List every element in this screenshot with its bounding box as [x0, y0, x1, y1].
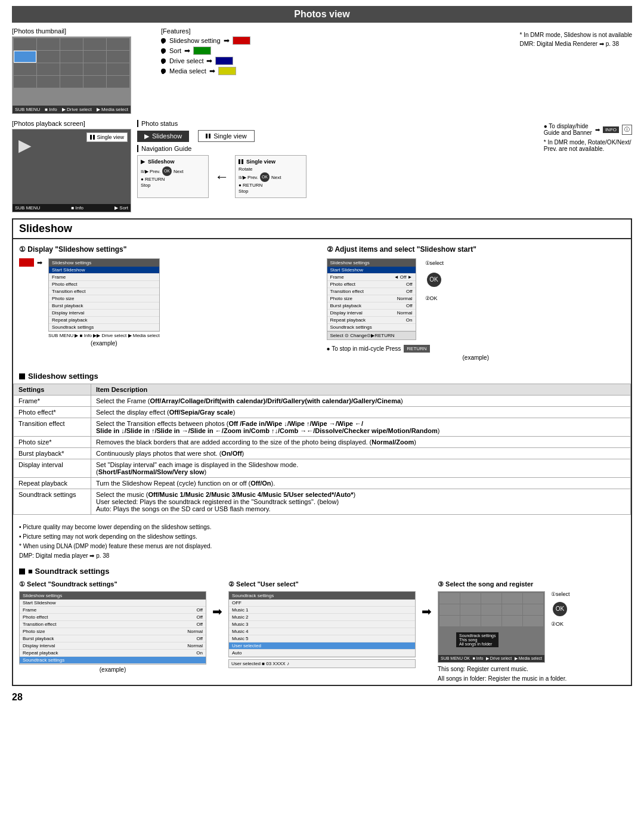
photo-grid-box: Soundtrack settings This song All songs … [438, 591, 545, 663]
bullet-icon: ● [161, 58, 166, 63]
thumbnail-grid: SUB MENU ■ Info ▶ Drive select ▶ Media s… [12, 36, 131, 114]
slideshow-nav-title: ▶ Slideshow [141, 159, 205, 165]
settings-menu-header2: Slideshow settings [327, 259, 416, 267]
soundtrack-section: ■ Soundtrack settings ① Select "Soundtra… [13, 564, 631, 685]
select-change-hint: Select ⊙ Change⊙▶RETURN [327, 331, 416, 339]
single-view-button[interactable]: Single view [198, 130, 255, 142]
menu-item-frame: Frame [49, 274, 159, 281]
blue-badge [215, 57, 233, 65]
desc-display-interval: Set "Display interval" each image is dis… [91, 459, 631, 478]
info-icon: ⓘ [622, 125, 632, 135]
thumb-cell [14, 76, 36, 88]
ss-item-transition: Transition effectOff [20, 621, 206, 628]
thumb-cell [107, 76, 129, 88]
photo-grid-cells [438, 592, 544, 628]
thumb-cell [107, 63, 129, 75]
menu-item-photo-size: Photo size [49, 295, 159, 302]
settings-menu-header: Slideshow settings [49, 259, 159, 267]
thumb-cell [37, 76, 60, 88]
soundtrack-step1-title: ① Select "Soundtrack settings" [19, 580, 206, 588]
features-label: [Features] [161, 27, 502, 35]
menu-item-frame2: Frame◄ Off ► [327, 274, 416, 281]
big-arrow: ← [215, 155, 229, 198]
sc-item-music1: Music 1 [229, 607, 415, 614]
ok-label: ②OK [425, 295, 438, 301]
thumbnail-label: [Photos thumbnail] [12, 27, 143, 35]
ok-indicator-step3: ②OK [551, 621, 564, 627]
arrow-icon: ➡ [209, 67, 215, 75]
setting-display-interval: Display interval [14, 459, 91, 478]
menu-item-photo-effect2: Photo effectOff [327, 281, 416, 288]
nav-row-prev-next: II/▶ Prev. OK Next [141, 166, 205, 176]
step1-area: ① Display "Slideshow settings" ➡ Slidesh… [19, 245, 318, 361]
pg-bar: SUB MENU OK ■ Info ▶ Drive select ▶ Medi… [438, 655, 544, 662]
pg-cell [481, 616, 501, 626]
settings-menu-step2: Slideshow settings Start Slideshow Frame… [327, 258, 416, 340]
playback-label-container: [Photos playback screen] ▶ Single view S… [12, 120, 131, 212]
table-row: Repeat playback Turn the Slideshow Repea… [14, 478, 631, 489]
small-settings-box-step1: Slideshow settings Start Slideshow Frame… [19, 591, 206, 665]
this-song-label: This song [459, 638, 496, 642]
pause-icon [90, 135, 95, 140]
arrow-icon: ➡ [224, 36, 230, 45]
menu-item-burst: Burst playback [49, 302, 159, 310]
menu-item-repeat2: Repeat playbackOn [327, 317, 416, 324]
feature-sort: ● Sort ➡ [161, 47, 502, 55]
nav-row-stop: Stop [141, 183, 205, 188]
description-col-header: Item Description [91, 384, 631, 396]
ok-indicator: ②OK [425, 295, 444, 301]
table-row: Frame* Select the Frame (Off/Array/Colla… [14, 396, 631, 407]
drive-select-label: Drive select [169, 57, 203, 64]
pg-cell [502, 616, 522, 626]
single-view-btn-label: Single view [213, 132, 247, 140]
right-indicators: ①select OK ②OK [548, 591, 570, 627]
soundtrack-step1: ① Select "Soundtrack settings" Slideshow… [19, 580, 206, 673]
thumb-cell [14, 38, 36, 50]
sc-item-auto: Auto [229, 650, 415, 657]
menu-item-burst2: Burst playbackOff [327, 302, 416, 310]
table-row: Burst playback* Continuously plays photo… [14, 448, 631, 459]
soundtrack-step2-title: ② Select "User select" [228, 580, 416, 588]
play-icon: ▶ [144, 132, 149, 140]
slideshow-button[interactable]: ▶ Slideshow [137, 131, 189, 142]
menu-item-photo-size2: Photo sizeNormal [327, 295, 416, 302]
photo-status-label: Photo status [137, 120, 178, 127]
settings-table: Settings Item Description Frame* Select … [13, 384, 631, 515]
thumbnail-grid-inner [13, 37, 131, 89]
photo-status-area: Photo status ▶ Slideshow Single view Nav… [137, 120, 538, 212]
playback-label: [Photos playback screen] [12, 120, 131, 127]
ss-item-photo-size: Photo sizeNormal [20, 628, 206, 635]
menu-item-transition: Transition effect [49, 288, 159, 295]
page-container: Photos view [Photos thumbnail] [0, 0, 644, 709]
right-notes: ● To display/hideGuide and Banner ➡ INFO… [544, 120, 632, 212]
ok-btn-small: OK [260, 172, 270, 182]
thumb-cell [83, 38, 106, 50]
soundtrack-step2: ② Select "User select" Soundtrack settin… [228, 580, 416, 668]
ss-item-start: Start Slideshow [20, 600, 206, 607]
pg-cell [481, 593, 501, 604]
ok-button-step3[interactable]: OK [553, 602, 567, 616]
sc-item-music5: Music 5 [229, 635, 415, 642]
step-arrow1: ➡ [212, 580, 222, 619]
dmr-note2: * In DMR mode, Rotate/OK/Next/Prev. are … [544, 139, 632, 152]
return-button: RETURN [404, 345, 429, 353]
menu-item-start: Start Slideshow [49, 267, 159, 274]
square-bullet-icon [19, 373, 25, 379]
slideshow-steps: ① Display "Slideshow settings" ➡ Slidesh… [13, 239, 631, 367]
pg-cell [481, 604, 501, 615]
setting-frame: Frame* [14, 396, 91, 407]
playback-screen: ▶ Single view SUB MENU ■ Info ▶ Sort [12, 129, 131, 212]
thumb-cell [83, 51, 106, 63]
feature-drive-select: ● Drive select ➡ [161, 57, 502, 65]
single-view-nav-guide: Single view Rotate II/▶ Prev. OK Next ● … [235, 155, 306, 198]
thumb-cell [107, 38, 129, 50]
thumb-cell [60, 76, 83, 88]
settings-menu-step1: Slideshow settings Start Slideshow Frame… [48, 258, 160, 332]
menu-item-display2: Display intervalNormal [327, 310, 416, 317]
single-view-nav-title: Single view [239, 159, 303, 165]
slideshow-nav-guide: ▶ Slideshow II/▶ Prev. OK Next ● RETURN … [137, 155, 209, 198]
ok-button[interactable]: OK [427, 273, 441, 287]
slideshow-title: Slideshow [13, 220, 631, 239]
info-badge: INFO [603, 126, 619, 133]
step3-content: Soundtrack settings This song All songs … [438, 591, 625, 663]
